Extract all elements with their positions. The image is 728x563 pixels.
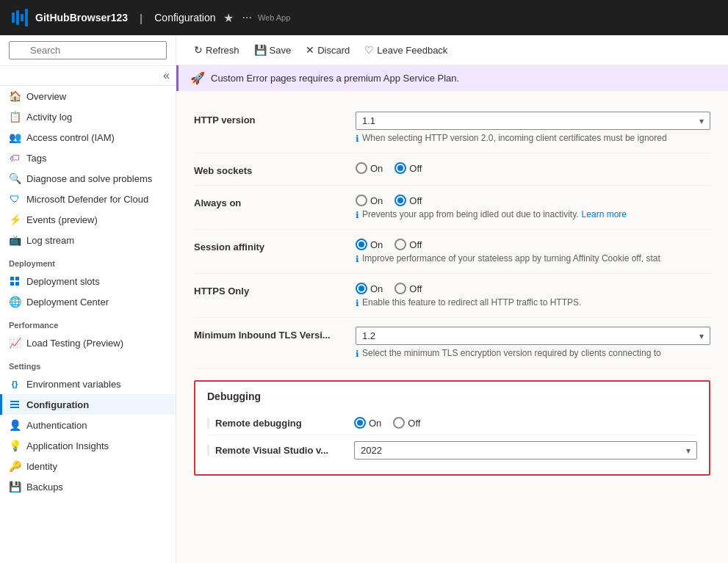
remote-debugging-off-radio[interactable] xyxy=(393,417,405,429)
performance-section-label: Performance xyxy=(0,312,176,333)
sidebar-item-application-insights[interactable]: 💡 Application Insights xyxy=(0,435,176,456)
sidebar-item-defender[interactable]: 🛡 Microsoft Defender for Cloud xyxy=(0,189,176,209)
debugging-title: Debugging xyxy=(207,391,697,402)
sidebar-item-deployment-slots[interactable]: Deployment slots xyxy=(0,271,176,291)
http-version-hint: ℹ When selecting HTTP version 2.0, incom… xyxy=(356,133,710,144)
sidebar-item-label: Diagnose and solve problems xyxy=(26,173,152,184)
http-version-dropdown[interactable]: 1.1 ▾ xyxy=(356,112,710,130)
session-affinity-on-radio[interactable] xyxy=(356,239,367,250)
refresh-icon: ↻ xyxy=(194,44,203,56)
collapse-icon[interactable]: « xyxy=(163,69,170,82)
search-input[interactable] xyxy=(9,41,167,59)
sidebar-item-label: Environment variables xyxy=(26,379,121,390)
banner: 🚀 Custom Error pages requires a premium … xyxy=(176,65,728,91)
banner-message: Custom Error pages requires a premium Ap… xyxy=(211,73,459,84)
sidebar-item-label: Events (preview) xyxy=(26,214,98,225)
web-sockets-label: Web sockets xyxy=(194,162,356,176)
https-only-row: HTTPS Only On Off xyxy=(194,274,710,318)
remote-debugging-control: On Off xyxy=(354,417,697,429)
sidebar-item-deployment-center[interactable]: 🌐 Deployment Center xyxy=(0,291,176,312)
always-on-off-option[interactable]: Off xyxy=(394,195,422,206)
discard-button[interactable]: ✕ Discard xyxy=(300,41,356,59)
web-sockets-off-radio[interactable] xyxy=(394,162,406,174)
web-sockets-off-label: Off xyxy=(409,163,422,174)
sidebar-item-access-control[interactable]: 👥 Access control (IAM) xyxy=(0,127,176,148)
always-on-hint: ℹ Prevents your app from being idled out… xyxy=(356,209,710,220)
save-label: Save xyxy=(270,45,292,56)
sidebar-item-tags[interactable]: 🏷 Tags xyxy=(0,148,176,168)
learn-more-link[interactable]: Learn more xyxy=(582,209,627,219)
sidebar-item-environment-variables[interactable]: {} Environment variables xyxy=(0,374,176,394)
load-testing-icon: 📈 xyxy=(9,337,21,349)
web-sockets-off-option[interactable]: Off xyxy=(394,162,422,174)
sidebar-item-diagnose[interactable]: 🔍 Diagnose and solve problems xyxy=(0,168,176,189)
sidebar-item-label: Activity log xyxy=(26,112,72,123)
sidebar-item-events[interactable]: ⚡ Events (preview) xyxy=(0,209,176,230)
https-only-hint-text: Enable this feature to redirect all HTTP… xyxy=(362,297,581,308)
session-affinity-row: Session affinity On Off xyxy=(194,230,710,274)
always-on-on-label: On xyxy=(370,195,383,206)
settings-section-label: Settings xyxy=(0,353,176,374)
https-only-off-radio[interactable] xyxy=(394,283,406,294)
refresh-button[interactable]: ↻ Refresh xyxy=(188,41,245,59)
remote-debugging-radio-group: On Off xyxy=(354,417,697,429)
remote-debugging-off-option[interactable]: Off xyxy=(393,417,420,429)
feedback-button[interactable]: ♡ Leave Feedback xyxy=(358,41,453,59)
http-version-row: HTTP version 1.1 ▾ ℹ When selecting HTTP… xyxy=(194,103,710,153)
session-affinity-off-radio[interactable] xyxy=(394,239,406,250)
sidebar-search-area: 🔍 xyxy=(0,35,176,66)
more-icon[interactable]: ··· xyxy=(242,11,252,24)
sidebar-item-label: Overview xyxy=(26,91,66,102)
feedback-label: Leave Feedback xyxy=(377,45,447,56)
always-on-on-option[interactable]: On xyxy=(356,195,383,206)
top-bar-actions[interactable]: ★ ··· xyxy=(223,11,252,25)
sidebar-item-authentication[interactable]: 👤 Authentication xyxy=(0,415,176,435)
always-on-row: Always on On Off xyxy=(194,186,710,230)
session-affinity-hint: ℹ Improve performance of your stateless … xyxy=(356,253,710,264)
sidebar-item-load-testing[interactable]: 📈 Load Testing (Preview) xyxy=(0,333,176,353)
discard-icon: ✕ xyxy=(306,44,314,56)
session-affinity-hint-text: Improve performance of your stateless ap… xyxy=(362,253,660,264)
sidebar-item-label: Backups xyxy=(26,482,63,493)
session-affinity-on-option[interactable]: On xyxy=(356,239,383,250)
web-sockets-on-radio[interactable] xyxy=(356,162,367,174)
sidebar-item-log-stream[interactable]: 📺 Log stream xyxy=(0,230,176,250)
chevron-down-icon: ▾ xyxy=(699,331,704,341)
remote-debugging-row: Remote debugging On Off xyxy=(207,411,697,435)
session-affinity-off-option[interactable]: Off xyxy=(394,239,422,250)
sidebar-item-label: Configuration xyxy=(26,399,89,410)
star-icon[interactable]: ★ xyxy=(223,11,234,25)
sidebar-item-label: Microsoft Defender for Cloud xyxy=(26,194,148,205)
remote-debugging-on-option[interactable]: On xyxy=(354,417,381,429)
always-on-on-radio[interactable] xyxy=(356,195,367,206)
sidebar-item-label: Application Insights xyxy=(26,440,109,451)
web-sockets-on-label: On xyxy=(370,163,383,174)
svg-rect-2 xyxy=(10,282,14,286)
debugging-section: Debugging Remote debugging On xyxy=(194,380,710,476)
https-only-off-option[interactable]: Off xyxy=(394,283,422,294)
discard-label: Discard xyxy=(317,45,350,56)
deployment-slots-icon xyxy=(9,275,21,287)
web-sockets-on-option[interactable]: On xyxy=(356,162,383,174)
min-tls-dropdown[interactable]: 1.2 ▾ xyxy=(356,327,710,345)
remote-debugging-on-radio[interactable] xyxy=(354,417,366,429)
sidebar-item-overview[interactable]: 🏠 Overview xyxy=(0,86,176,106)
https-only-on-radio[interactable] xyxy=(356,283,367,294)
app-logo: GitHubBrowser123 | Configuration xyxy=(12,9,216,26)
sidebar-item-configuration[interactable]: Configuration xyxy=(0,394,176,415)
remote-debugging-off-label: Off xyxy=(408,418,420,429)
sidebar-item-identity[interactable]: 🔑 Identity xyxy=(0,456,176,476)
refresh-label: Refresh xyxy=(206,45,239,56)
info-icon: ℹ xyxy=(356,254,359,264)
min-tls-hint: ℹ Select the minimum TLS encryption vers… xyxy=(356,348,710,359)
svg-rect-4 xyxy=(10,401,19,402)
save-button[interactable]: 💾 Save xyxy=(248,41,298,59)
remote-vs-dropdown[interactable]: 2022 ▾ xyxy=(354,441,697,460)
https-only-on-option[interactable]: On xyxy=(356,283,383,294)
web-sockets-row: Web sockets On Off xyxy=(194,153,710,186)
deployment-section-label: Deployment xyxy=(0,250,176,271)
sidebar-item-backups[interactable]: 💾 Backups xyxy=(0,476,176,497)
separator: | xyxy=(140,12,143,24)
always-on-off-radio[interactable] xyxy=(394,195,406,206)
sidebar-item-activity-log[interactable]: 📋 Activity log xyxy=(0,106,176,127)
